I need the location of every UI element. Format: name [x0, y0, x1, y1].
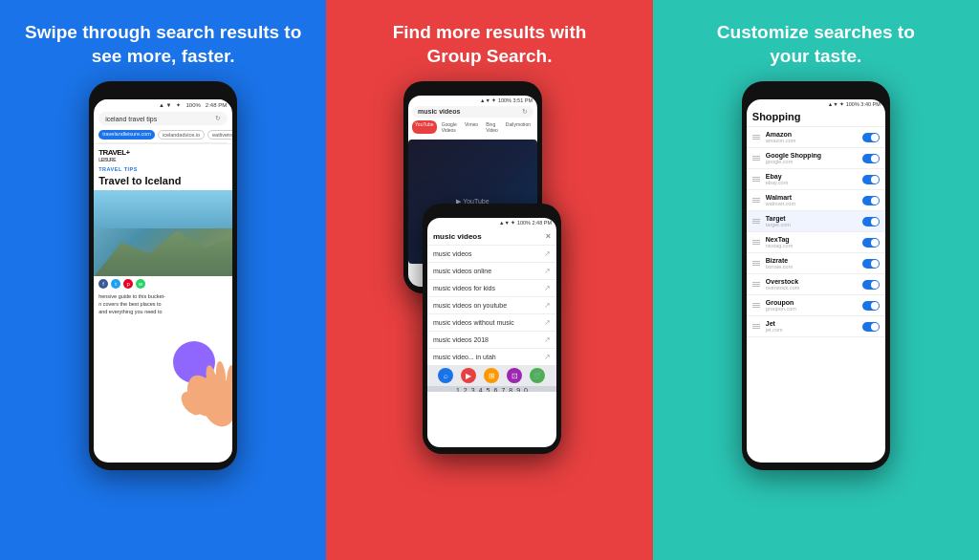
toggle-walmart[interactable]	[862, 196, 880, 205]
phone-2-front: ▲▼ ✦ 100% 2:48 PM music videos × music v…	[423, 204, 561, 454]
panel-customize: Customize searches toyour taste. ▲▼ ✦ 10…	[653, 0, 979, 560]
toggle-groupon[interactable]	[862, 301, 880, 311]
search-item-1: music videos ↗	[427, 245, 556, 262]
phones-container: ▲▼ ✦ 100% 3:51 PM music videos ↻ YouTube…	[394, 81, 585, 454]
screen3-status: ▲▼ ✦ 100% 3:40 PM	[747, 99, 885, 109]
screen2-front-status: ▲▼ ✦ 100% 2:48 PM	[427, 218, 556, 227]
phone-1: ▲ ▼ ✦ 100% 2:48 PM iceland travel tips ↻…	[89, 81, 237, 470]
settings-item-google-shopping: Google Shoppinggoogle.com	[747, 148, 885, 169]
keyboard-numbers: 12345 67890	[427, 386, 556, 392]
yt-tabs: YouTube Google Videos Vimeo Bing Video D…	[408, 118, 537, 136]
phone3-screen: ▲▼ ✦ 100% 3:40 PM Shopping Amazonamazon.…	[747, 99, 885, 463]
bing-video-tab: Bing Video	[483, 120, 501, 134]
settings-item-nextag: NexTagnextag.com	[747, 232, 885, 253]
google-videos-tab: Google Videos	[439, 120, 460, 134]
screen1-body-text: hensive guide to this bucket-n covers th…	[94, 291, 232, 317]
settings-item-amazon: Amazonamazon.com	[747, 127, 885, 148]
hand-overlay	[165, 329, 232, 434]
screen1-status: ▲ ▼ ✦ 100% 2:48 PM	[94, 99, 232, 110]
screen2-front-header: music videos ×	[427, 227, 556, 245]
panel-swipe: Swipe through search results to see more…	[0, 0, 326, 560]
search-item-3: music videos for kids ↗	[427, 279, 556, 296]
tab-eatlivetraveldrink: eatlivetraveldrink.com	[207, 130, 232, 140]
settings-item-target: Targettarget.com	[747, 211, 885, 232]
youtube-tab: YouTube	[412, 120, 437, 134]
travel-subtitle: TRAVEL TIPS	[94, 164, 232, 174]
settings-item-ebay: Ebayebay.com	[747, 169, 885, 190]
panel3-title: Customize searches toyour taste.	[717, 21, 915, 68]
toggle-google-shopping[interactable]	[862, 154, 880, 163]
screen2-keyboard: ⌕ ▶ ⊞ ⊡ 🛒 12345 67890	[427, 365, 556, 392]
travel-logo: TRAVEL+LEISURE	[94, 143, 232, 164]
search-item-5: music videos without music ↗	[427, 313, 556, 331]
social-icons: f t p w	[94, 276, 232, 291]
phone-3: ▲▼ ✦ 100% 3:40 PM Shopping Amazonamazon.…	[742, 81, 890, 470]
settings-item-groupon: Groupongroupon.com	[747, 295, 885, 316]
pinterest-icon: p	[123, 279, 133, 289]
tab-travelandleisure: travelandleisure.com	[98, 130, 155, 140]
whatsapp-icon: w	[136, 279, 145, 289]
kb-cart-icon: 🛒	[530, 368, 545, 383]
toggle-bizrate[interactable]	[862, 259, 880, 269]
twitter-icon: t	[111, 279, 120, 289]
phone1-notch	[136, 89, 191, 97]
search-item-4: music videos on youtube ↗	[427, 296, 556, 313]
toggle-nextag[interactable]	[862, 238, 880, 248]
facebook-icon: f	[98, 279, 108, 289]
search-item-6: music videos 2018 ↗	[427, 331, 556, 348]
kb-grid-icon: ⊞	[484, 368, 499, 383]
settings-item-walmart: Walmartwalmart.com	[747, 190, 885, 211]
screen2-back-search: music videos ↻	[412, 106, 533, 118]
keyboard-toolbar: ⌕ ▶ ⊞ ⊡ 🛒	[427, 365, 556, 386]
toggle-amazon[interactable]	[862, 133, 880, 142]
tab-icelandadvice: icelandadvice.io	[158, 130, 205, 140]
screen1-tabs: travelandleisure.com icelandadvice.io ea…	[94, 127, 232, 142]
screen1-search-bar: iceland travel tips ↻	[98, 112, 228, 125]
settings-item-jet: Jetjet.com	[747, 316, 885, 337]
screen2-back-status: ▲▼ ✦ 100% 3:51 PM	[408, 96, 537, 105]
travel-headline: Travel to Iceland	[94, 174, 232, 190]
search-item-7: music video... in utah ↗	[427, 348, 556, 365]
phone1-screen: ▲ ▼ ✦ 100% 2:48 PM iceland travel tips ↻…	[94, 99, 232, 463]
kb-search-icon: ⌕	[438, 368, 453, 383]
vimeo-tab: Vimeo	[462, 120, 481, 134]
panel2-title: Find more results withGroup Search.	[393, 21, 587, 68]
screen2-front-screen: ▲▼ ✦ 100% 2:48 PM music videos × music v…	[427, 218, 556, 447]
toggle-target[interactable]	[862, 217, 880, 226]
kb-camera-icon: ⊡	[507, 368, 522, 383]
screen3-header: Shopping	[747, 109, 885, 127]
settings-item-bizrate: Bizratebizrate.com	[747, 253, 885, 274]
search-item-2: music videos online ↗	[427, 262, 556, 279]
kb-play-icon: ▶	[461, 368, 476, 383]
toggle-ebay[interactable]	[862, 175, 880, 184]
settings-item-overstock: Overstockoverstock.com	[747, 274, 885, 295]
search-query: iceland travel tips	[105, 116, 157, 122]
phone3-notch	[788, 89, 843, 97]
toggle-overstock[interactable]	[862, 280, 880, 290]
panel-group-search: Find more results withGroup Search. ▲▼ ✦…	[326, 0, 652, 560]
panel1-title: Swipe through search results to see more…	[17, 21, 309, 68]
travel-image	[94, 190, 232, 276]
dailymotion-tab: Dailymotion	[503, 120, 533, 134]
toggle-jet[interactable]	[862, 322, 880, 332]
